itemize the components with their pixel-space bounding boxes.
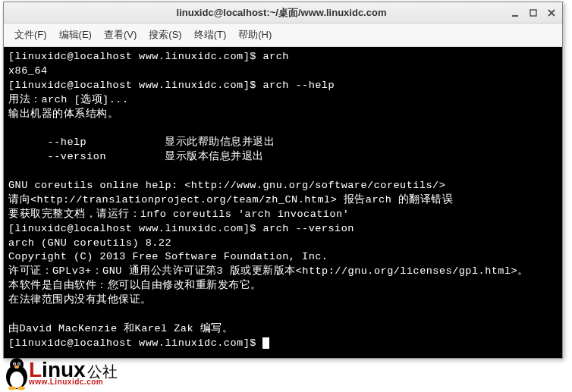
logo: Linux公社 www.Linuxidc.com bbox=[2, 356, 118, 390]
terminal-window: linuxidc@localhost:~/桌面/www.linuxidc.com… bbox=[3, 2, 563, 359]
terminal-output[interactable]: [linuxidc@localhost www.linuxidc.com]$ a… bbox=[4, 47, 562, 358]
svg-point-5 bbox=[10, 372, 24, 388]
terminal-cursor bbox=[262, 337, 269, 349]
menu-file[interactable]: 文件(F) bbox=[10, 27, 52, 43]
svg-point-11 bbox=[14, 365, 19, 368]
menu-help[interactable]: 帮助(H) bbox=[234, 27, 276, 43]
svg-point-12 bbox=[8, 387, 16, 390]
maximize-button[interactable] bbox=[527, 7, 539, 19]
close-button[interactable] bbox=[545, 7, 558, 19]
penguin-icon bbox=[2, 356, 32, 390]
menu-terminal[interactable]: 终端(T) bbox=[190, 27, 231, 43]
logo-main: Linux公社 bbox=[29, 360, 118, 379]
menu-search[interactable]: 搜索(S) bbox=[144, 27, 186, 43]
svg-point-10 bbox=[18, 363, 20, 365]
window-title: linuxidc@localhost:~/桌面/www.linuxidc.com bbox=[54, 6, 509, 20]
svg-point-13 bbox=[17, 387, 25, 390]
logo-text: Linux公社 www.Linuxidc.com bbox=[29, 360, 118, 386]
window-controls bbox=[509, 7, 558, 19]
logo-url: www.Linuxidc.com bbox=[29, 378, 118, 386]
menubar: 文件(F) 编辑(E) 查看(V) 搜索(S) 终端(T) 帮助(H) bbox=[4, 24, 562, 47]
menu-edit[interactable]: 编辑(E) bbox=[55, 27, 96, 43]
svg-point-6 bbox=[10, 358, 24, 372]
svg-point-9 bbox=[14, 363, 15, 365]
minimize-button[interactable] bbox=[509, 7, 521, 19]
titlebar: linuxidc@localhost:~/桌面/www.linuxidc.com bbox=[4, 2, 562, 24]
svg-rect-1 bbox=[530, 10, 536, 16]
menu-view[interactable]: 查看(V) bbox=[99, 27, 141, 43]
